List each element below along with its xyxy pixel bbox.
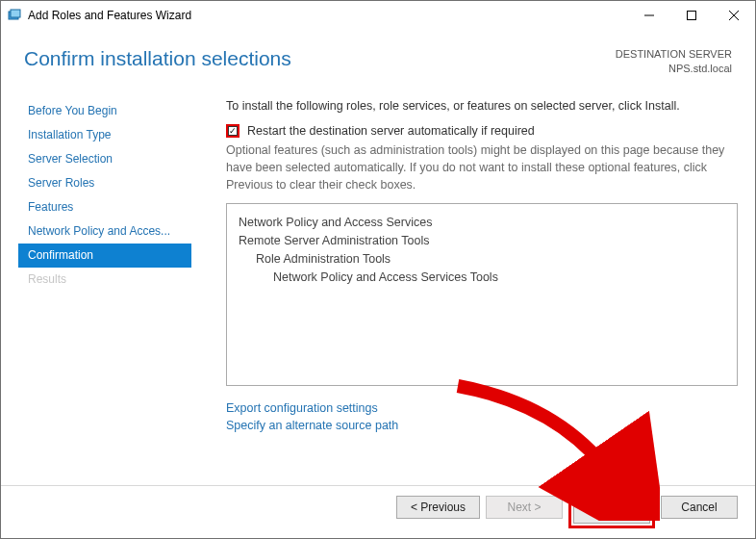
selections-panel: Network Policy and Access Services Remot… xyxy=(226,203,738,386)
alternate-source-link[interactable]: Specify an alternate source path xyxy=(226,417,738,434)
list-item: Network Policy and Access Services xyxy=(239,214,725,232)
sidebar-item-installation-type[interactable]: Installation Type xyxy=(18,123,191,147)
restart-checkbox[interactable]: ✓ xyxy=(226,124,239,138)
wizard-content: To install the following roles, role ser… xyxy=(191,99,738,434)
page-title: Confirm installation selections xyxy=(24,47,291,70)
next-button: Next > xyxy=(486,496,563,519)
optional-note: Optional features (such as administratio… xyxy=(226,141,738,193)
minimize-button[interactable] xyxy=(628,1,670,30)
wizard-header: Confirm installation selections DESTINAT… xyxy=(1,30,755,91)
install-button-highlight: Install xyxy=(568,496,655,528)
list-item: Network Policy and Access Services Tools xyxy=(239,269,725,287)
restart-checkbox-label: Restart the destination server automatic… xyxy=(247,124,535,138)
titlebar: Add Roles and Features Wizard xyxy=(1,1,755,30)
maximize-button[interactable] xyxy=(670,1,713,30)
close-button[interactable] xyxy=(713,1,755,30)
sidebar-item-results: Results xyxy=(18,268,191,292)
cancel-button[interactable]: Cancel xyxy=(661,496,738,519)
destination-server-name: NPS.std.local xyxy=(616,62,732,76)
svg-rect-2 xyxy=(11,10,20,17)
list-item: Role Administration Tools xyxy=(239,250,725,269)
sidebar-item-server-selection[interactable]: Server Selection xyxy=(18,147,191,171)
sidebar-item-server-roles[interactable]: Server Roles xyxy=(18,171,191,195)
previous-button[interactable]: < Previous xyxy=(396,496,480,519)
wizard-steps-sidebar: Before You Begin Installation Type Serve… xyxy=(18,99,191,434)
sidebar-item-network-policy[interactable]: Network Policy and Acces... xyxy=(18,219,191,244)
intro-text: To install the following roles, role ser… xyxy=(226,99,738,113)
wizard-footer: < Previous Next > Install Cancel xyxy=(1,485,755,538)
list-item: Remote Server Administration Tools xyxy=(239,232,725,250)
restart-checkbox-row: ✓ Restart the destination server automat… xyxy=(226,124,738,138)
sidebar-item-before-you-begin[interactable]: Before You Begin xyxy=(18,99,191,123)
install-button[interactable]: Install xyxy=(573,500,650,524)
svg-rect-5 xyxy=(688,12,696,20)
sidebar-item-features[interactable]: Features xyxy=(18,195,191,219)
server-manager-icon xyxy=(7,8,22,23)
sidebar-item-confirmation[interactable]: Confirmation xyxy=(18,244,191,268)
destination-server-label: DESTINATION SERVER xyxy=(616,47,732,62)
export-configuration-link[interactable]: Export configuration settings xyxy=(226,399,738,417)
destination-server-info: DESTINATION SERVER NPS.std.local xyxy=(616,47,732,76)
checkmark-icon: ✓ xyxy=(228,126,238,136)
window-title: Add Roles and Features Wizard xyxy=(28,9,191,22)
